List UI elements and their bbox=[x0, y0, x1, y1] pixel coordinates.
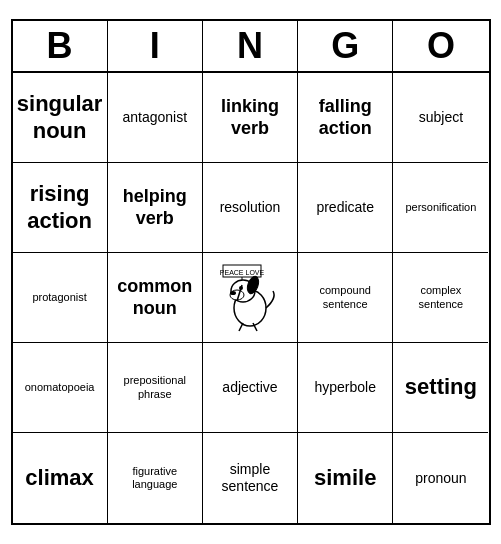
bingo-cell: helping verb bbox=[108, 163, 203, 253]
cell-text: protagonist bbox=[32, 291, 86, 304]
bingo-card: BINGO singular nounantagonistlinking ver… bbox=[11, 19, 491, 525]
bingo-cell: hyperbole bbox=[298, 343, 393, 433]
bingo-cell: protagonist bbox=[13, 253, 108, 343]
bingo-cell: complex sentence bbox=[393, 253, 488, 343]
cell-text: adjective bbox=[222, 379, 277, 396]
cell-text: complex sentence bbox=[397, 284, 484, 310]
bingo-cell: linking verb bbox=[203, 73, 298, 163]
cell-text: rising action bbox=[17, 181, 103, 234]
bingo-header: BINGO bbox=[13, 21, 489, 73]
cell-text: antagonist bbox=[122, 109, 187, 126]
svg-line-10 bbox=[239, 323, 243, 331]
bingo-cell: setting bbox=[393, 343, 488, 433]
bingo-cell: figurative language bbox=[108, 433, 203, 523]
bingo-grid: singular nounantagonistlinking verbfalli… bbox=[13, 73, 489, 523]
bingo-cell: compound sentence bbox=[298, 253, 393, 343]
bingo-cell: simile bbox=[298, 433, 393, 523]
cell-text: falling action bbox=[302, 96, 388, 139]
cell-text: singular noun bbox=[17, 91, 103, 144]
cell-text: subject bbox=[419, 109, 463, 126]
cell-text: climax bbox=[25, 465, 94, 491]
cell-text: linking verb bbox=[207, 96, 293, 139]
cell-text: onomatopoeia bbox=[25, 381, 95, 394]
bingo-cell: personification bbox=[393, 163, 488, 253]
header-letter: O bbox=[393, 21, 488, 71]
cell-text: personification bbox=[405, 201, 476, 214]
bingo-cell: simple sentence bbox=[203, 433, 298, 523]
bingo-cell: predicate bbox=[298, 163, 393, 253]
cell-text: helping verb bbox=[112, 186, 198, 229]
cell-text: simple sentence bbox=[207, 461, 293, 495]
bingo-cell: antagonist bbox=[108, 73, 203, 163]
bingo-cell: onomatopoeia bbox=[13, 343, 108, 433]
cell-text: prepositional phrase bbox=[112, 374, 198, 400]
cell-text: hyperbole bbox=[314, 379, 376, 396]
cell-text: simile bbox=[314, 465, 376, 491]
cell-text: predicate bbox=[316, 199, 374, 216]
header-letter: B bbox=[13, 21, 108, 71]
bingo-cell: PEACE LOVE bbox=[203, 253, 298, 343]
bingo-cell: pronoun bbox=[393, 433, 488, 523]
bingo-cell: subject bbox=[393, 73, 488, 163]
cell-text: pronoun bbox=[415, 470, 466, 487]
bingo-cell: rising action bbox=[13, 163, 108, 253]
free-space-image: PEACE LOVE bbox=[215, 263, 285, 333]
cell-text: setting bbox=[405, 374, 477, 400]
cell-text: common noun bbox=[112, 276, 198, 319]
svg-text:PEACE LOVE: PEACE LOVE bbox=[220, 269, 265, 276]
bingo-cell: climax bbox=[13, 433, 108, 523]
bingo-cell: adjective bbox=[203, 343, 298, 433]
header-letter: I bbox=[108, 21, 203, 71]
cell-text: compound sentence bbox=[302, 284, 388, 310]
svg-point-6 bbox=[230, 291, 236, 295]
bingo-cell: resolution bbox=[203, 163, 298, 253]
bingo-cell: falling action bbox=[298, 73, 393, 163]
bingo-cell: prepositional phrase bbox=[108, 343, 203, 433]
cell-text: resolution bbox=[220, 199, 281, 216]
header-letter: N bbox=[203, 21, 298, 71]
cell-text: figurative language bbox=[112, 465, 198, 491]
bingo-cell: singular noun bbox=[13, 73, 108, 163]
header-letter: G bbox=[298, 21, 393, 71]
bingo-cell: common noun bbox=[108, 253, 203, 343]
